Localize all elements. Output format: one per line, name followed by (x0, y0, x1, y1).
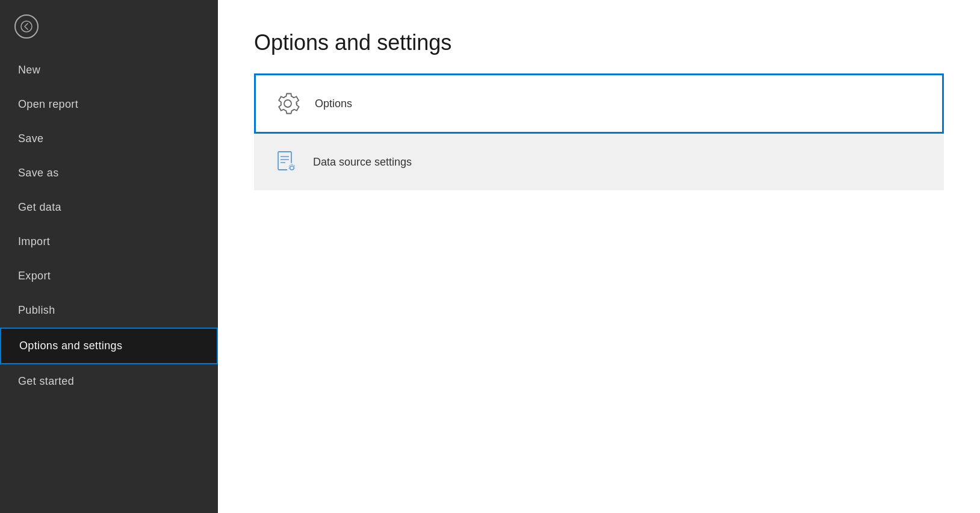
back-button[interactable] (8, 8, 45, 45)
nav-items: New Open report Save Save as Get data Im… (0, 53, 218, 513)
back-arrow-icon (14, 14, 39, 39)
sidebar-item-get-data[interactable]: Get data (0, 190, 218, 225)
main-content: Options and settings Options (218, 0, 980, 513)
sidebar-item-save-as[interactable]: Save as (0, 156, 218, 190)
svg-point-0 (21, 21, 32, 32)
sidebar-item-export[interactable]: Export (0, 259, 218, 293)
sidebar-item-options-and-settings[interactable]: Options and settings (0, 328, 218, 364)
options-label: Options (315, 98, 352, 110)
sidebar-item-open-report[interactable]: Open report (0, 87, 218, 122)
options-card[interactable]: Options (254, 73, 944, 134)
sidebar-item-import[interactable]: Import (0, 225, 218, 259)
gear-icon (273, 89, 303, 119)
sidebar-item-save[interactable]: Save (0, 122, 218, 156)
sidebar-item-publish[interactable]: Publish (0, 293, 218, 328)
options-grid: Options Data source settings (254, 73, 944, 190)
sidebar-item-new[interactable]: New (0, 53, 218, 87)
sidebar-item-get-started[interactable]: Get started (0, 364, 218, 399)
data-source-settings-card[interactable]: Data source settings (254, 134, 944, 190)
sidebar: New Open report Save Save as Get data Im… (0, 0, 218, 513)
page-title: Options and settings (254, 30, 944, 55)
data-source-settings-icon (271, 147, 301, 177)
data-source-settings-label: Data source settings (313, 156, 412, 169)
